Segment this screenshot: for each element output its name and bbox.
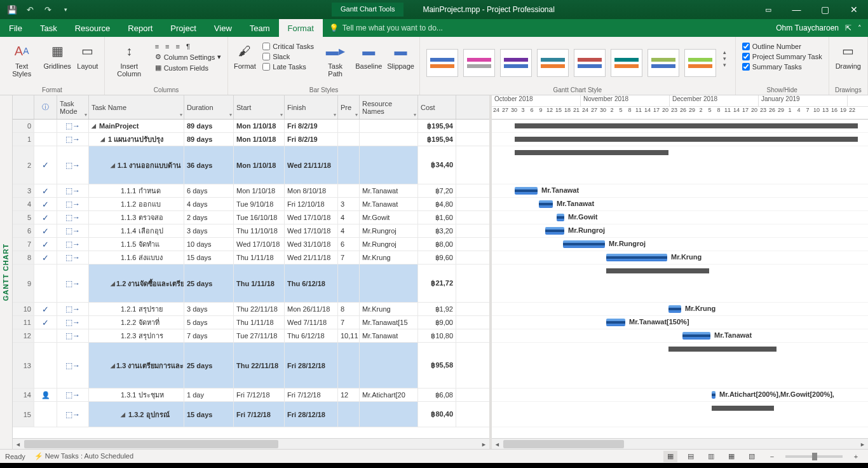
gantt-style-gallery[interactable]: ▴▾▾ [424, 46, 731, 79]
finish-cell[interactable]: Thu 6/12/18 [285, 329, 338, 342]
task-row[interactable]: 5✓⬚→1.1.3 ตรวจสอ2 daysTue 16/10/18Wed 17… [13, 211, 489, 224]
task-row[interactable]: 12⬚→1.2.3 สรุปการ7 daysTue 27/11/18Thu 6… [13, 329, 489, 343]
start-cell[interactable]: Tue 9/10/18 [234, 198, 285, 210]
task-mode-cell[interactable]: ⬚→ [57, 238, 89, 251]
resource-cell[interactable] [360, 120, 418, 132]
resource-cell[interactable]: Mr.Tanawat [360, 329, 418, 342]
gridlines-button[interactable]: ▦Gridlines [42, 39, 72, 71]
gantt-row[interactable]: Mr.Rungroj [492, 224, 868, 238]
duration-cell[interactable]: 7 days [184, 329, 234, 342]
resource-cell[interactable]: Mr.Krung [360, 303, 418, 315]
row-number[interactable]: 11 [13, 316, 34, 329]
row-number[interactable]: 1 [13, 133, 34, 146]
task-row[interactable]: 0⬚→◢MainProject89 daysMon 1/10/18Fri 8/2… [13, 120, 489, 133]
cost-cell[interactable]: ฿195,94 [418, 133, 456, 146]
finish-cell[interactable]: Fri 7/12/18 [285, 389, 338, 401]
gantt-summary-bar[interactable] [606, 268, 709, 273]
indicator-cell[interactable] [34, 265, 57, 302]
gantt-hscrollbar[interactable]: ◄ ► [492, 438, 868, 449]
col-duration[interactable]: Duration▾ [184, 95, 234, 119]
task-name-cell[interactable]: ◢1.3 งานเตรียมการและประชุมเพื่อ [89, 343, 184, 388]
align-center-icon[interactable]: ≡ [163, 42, 172, 51]
gantt-row[interactable]: Mr.Tanawat [492, 198, 868, 211]
zoom-slider[interactable] [785, 455, 843, 458]
gantt-style-7[interactable] [648, 49, 679, 77]
indicator-cell[interactable]: ✓ [34, 198, 57, 210]
menu-task[interactable]: Task [31, 19, 66, 37]
gantt-row[interactable] [492, 146, 868, 184]
gantt-style-2[interactable] [463, 49, 495, 77]
task-mode-cell[interactable]: ⬚→ [57, 402, 89, 427]
pred-cell[interactable] [338, 146, 360, 184]
cost-cell[interactable]: ฿195,94 [418, 120, 456, 132]
finish-cell[interactable]: Wed 7/11/18 [285, 316, 338, 329]
scroll-thumb[interactable] [503, 440, 624, 448]
finish-cell[interactable]: Fri 28/12/18 [285, 402, 338, 427]
menu-team[interactable]: Team [241, 19, 279, 37]
scroll-left-icon[interactable]: ◄ [492, 439, 503, 449]
view-report-icon[interactable]: ▧ [745, 451, 759, 462]
task-mode-cell[interactable]: ⬚→ [57, 120, 89, 132]
pred-cell[interactable]: 3 [338, 198, 360, 210]
duration-cell[interactable]: 25 days [184, 343, 234, 388]
project-summary-checkbox[interactable]: Project Summary Task [740, 52, 825, 61]
finish-cell[interactable]: Thu 6/12/18 [285, 265, 338, 302]
start-cell[interactable]: Mon 1/10/18 [234, 146, 285, 184]
cost-cell[interactable]: ฿7,20 [418, 184, 456, 197]
late-tasks-checkbox[interactable]: Late Tasks [260, 62, 316, 71]
maximize-icon[interactable]: ▢ [811, 0, 839, 19]
duration-cell[interactable]: 15 days [184, 251, 234, 264]
cost-cell[interactable]: ฿4,80 [418, 198, 456, 210]
finish-cell[interactable]: Fri 8/2/19 [285, 133, 338, 146]
insert-column-button[interactable]: ↕Insert Column [109, 39, 150, 79]
gantt-timescale[interactable]: October 2018November 2018December 2018Ja… [492, 95, 868, 120]
pred-cell[interactable]: 6 [338, 238, 360, 251]
gantt-body[interactable]: Mr.TanawatMr.TanawatMr.GowitMr.RungrojMr… [492, 120, 868, 438]
task-name-cell[interactable]: 1.2.2 จัดหาที่ [89, 316, 184, 329]
indicator-cell[interactable] [34, 120, 57, 132]
pred-cell[interactable] [338, 133, 360, 146]
indicator-cell[interactable] [34, 343, 57, 388]
task-name-cell[interactable]: 1.1.1 กำหนด [89, 184, 184, 197]
indicator-cell[interactable]: ✓ [34, 184, 57, 197]
text-styles-button[interactable]: AAText Styles [4, 39, 39, 79]
task-row[interactable]: 14👤⬚→1.3.1 ประชุมห1 dayFri 7/12/18Fri 7/… [13, 389, 489, 402]
task-mode-cell[interactable]: ⬚→ [57, 146, 89, 184]
duration-cell[interactable]: 3 days [184, 224, 234, 237]
resource-cell[interactable]: Mr.Krung [360, 251, 418, 264]
gantt-row[interactable]: Mr.Atichart[200%],Mr.Gowit[200%], [492, 389, 868, 402]
finish-cell[interactable]: Fri 12/10/18 [285, 198, 338, 210]
view-label[interactable]: GANTT CHART [0, 95, 13, 449]
finish-cell[interactable]: Wed 31/10/18 [285, 238, 338, 251]
menu-file[interactable]: File [0, 19, 31, 37]
col-task-name[interactable]: Task Name▾ [89, 95, 184, 119]
task-name-cell[interactable]: ◢1.2 งานจัดซื้อและเตรียม [89, 265, 184, 302]
row-number[interactable]: 6 [13, 224, 34, 237]
task-name-cell[interactable]: 1.1.4 เลือกอุป [89, 224, 184, 237]
finish-cell[interactable]: Fri 8/2/19 [285, 120, 338, 132]
start-cell[interactable]: Thu 1/11/18 [234, 265, 285, 302]
task-row[interactable]: 2✓⬚→◢1.1 งานออกแบบด้าน36 daysMon 1/10/18… [13, 146, 489, 184]
indicator-cell[interactable]: ✓ [34, 224, 57, 237]
col-row-number[interactable] [13, 95, 34, 119]
format-dropdown-button[interactable]: 🖌Format [232, 39, 257, 71]
gantt-style-6[interactable] [611, 49, 642, 77]
gantt-row[interactable] [492, 265, 868, 303]
task-mode-cell[interactable]: ⬚→ [57, 316, 89, 329]
duration-cell[interactable]: 10 days [184, 238, 234, 251]
row-number[interactable]: 0 [13, 120, 34, 132]
gantt-summary-bar[interactable] [515, 123, 858, 128]
gantt-summary-bar[interactable] [515, 137, 858, 142]
scroll-left-icon[interactable]: ◄ [13, 439, 24, 450]
resource-cell[interactable] [360, 343, 418, 388]
gantt-summary-bar[interactable] [515, 150, 668, 155]
gantt-row[interactable]: Mr.Tanawat[150%] [492, 316, 868, 329]
gantt-row[interactable]: Mr.Krung [492, 303, 868, 316]
pred-cell[interactable]: 7 [338, 251, 360, 264]
menu-project[interactable]: Project [161, 19, 205, 37]
indicator-cell[interactable]: ✓ [34, 238, 57, 251]
cost-cell[interactable]: ฿1,60 [418, 211, 456, 224]
cost-cell[interactable]: ฿21,72 [418, 265, 456, 302]
duration-cell[interactable]: 5 days [184, 316, 234, 329]
pred-cell[interactable]: 4 [338, 224, 360, 237]
